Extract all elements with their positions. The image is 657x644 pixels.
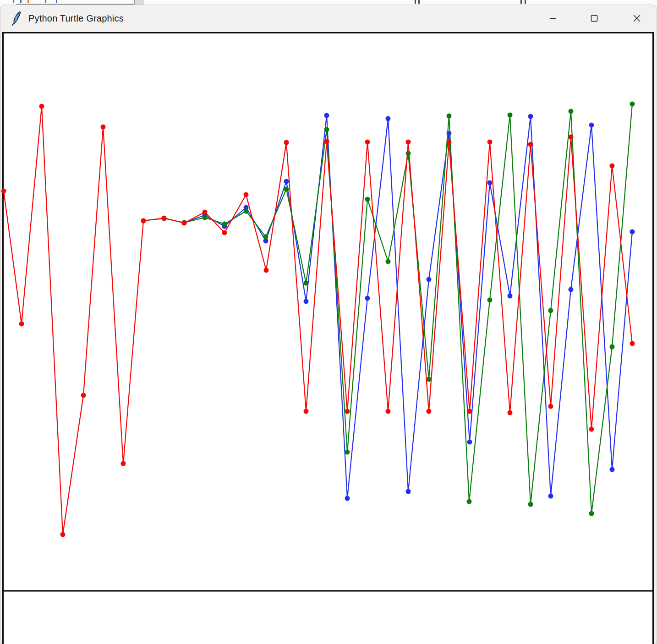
background-fragment bbox=[13, 0, 14, 3]
background-fragment bbox=[27, 0, 29, 3]
minimize-button[interactable] bbox=[542, 8, 564, 29]
close-icon bbox=[633, 15, 641, 22]
python-feather-icon bbox=[10, 11, 22, 26]
background-fragment bbox=[520, 0, 522, 4]
background-fragment bbox=[20, 0, 22, 3]
background-fragment bbox=[418, 0, 420, 4]
maximize-button[interactable] bbox=[584, 8, 605, 29]
screen: Python Turtle Graphics bbox=[0, 0, 657, 644]
background-fragment bbox=[56, 0, 57, 3]
background-fragment bbox=[415, 0, 416, 4]
window-title: Python Turtle Graphics bbox=[28, 13, 124, 24]
turtle-graphics-window: Python Turtle Graphics bbox=[0, 5, 657, 644]
close-button[interactable] bbox=[626, 8, 647, 29]
turtle-canvas[interactable] bbox=[2, 32, 654, 644]
minimize-icon bbox=[549, 15, 557, 22]
title-bar[interactable]: Python Turtle Graphics bbox=[0, 5, 657, 32]
maximize-icon bbox=[591, 15, 598, 22]
background-fragment bbox=[525, 0, 526, 4]
background-fragment bbox=[45, 0, 46, 3]
